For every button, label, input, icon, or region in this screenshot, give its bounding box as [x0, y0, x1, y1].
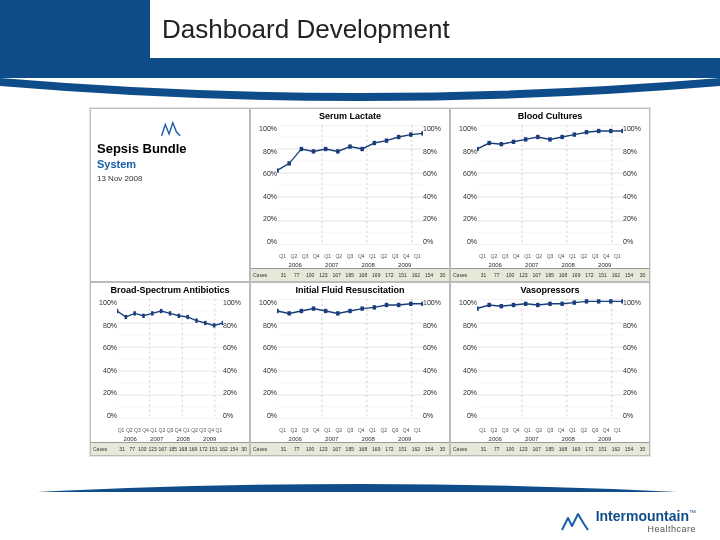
bundle-date: 13 Nov 2008 — [97, 174, 243, 183]
chart-grid: Sepsis Bundle System 13 Nov 2008 Serum L… — [90, 108, 650, 456]
svg-rect-14 — [277, 168, 279, 172]
x-axis: Q1Q2Q3Q4Q1Q2Q3Q4Q1Q2Q3Q4Q1 — [477, 427, 623, 435]
chart-title: Initial Fluid Resuscitation — [251, 285, 449, 295]
svg-rect-51 — [597, 129, 601, 133]
title-box: Dashboard Development — [150, 0, 720, 58]
bundle-logo-icon — [156, 119, 184, 137]
svg-rect-19 — [336, 149, 340, 153]
logo-brand: Intermountain™ — [596, 508, 696, 524]
svg-rect-20 — [348, 144, 352, 148]
svg-rect-46 — [536, 135, 540, 139]
svg-rect-73 — [160, 309, 163, 313]
cases-row: Cases31771001231671851681691721511621543… — [451, 268, 649, 281]
svg-rect-42 — [487, 141, 491, 145]
chart-broad-spectrum-antibiotics: Broad-Spectrum Antibiotics100%80%60%40%2… — [90, 282, 250, 456]
page-title: Dashboard Development — [150, 0, 720, 45]
y-axis-left: 100%80%60%40%20%0% — [253, 125, 277, 245]
cases-row: Cases31771001231671851681691721511621543… — [91, 442, 249, 455]
svg-rect-26 — [421, 131, 423, 135]
svg-rect-45 — [524, 137, 528, 141]
cases-row: Cases31771001231671851681691721511621543… — [251, 268, 449, 281]
chart-title: Vasopressors — [451, 285, 649, 295]
svg-rect-16 — [300, 147, 304, 151]
svg-rect-134 — [621, 299, 623, 303]
x-axis: Q1Q2Q3Q4Q1Q2Q3Q4Q1Q2Q3Q4Q1 — [477, 253, 623, 261]
info-cell: Sepsis Bundle System 13 Nov 2008 — [90, 108, 250, 282]
x-axis: Q1Q2Q3Q4Q1Q2Q3Q4Q1Q2Q3Q4Q1 — [117, 427, 223, 435]
svg-rect-25 — [409, 132, 413, 136]
svg-rect-52 — [609, 129, 613, 133]
svg-rect-129 — [560, 302, 564, 306]
svg-rect-50 — [585, 130, 589, 134]
svg-rect-72 — [151, 311, 154, 315]
svg-rect-70 — [133, 311, 136, 315]
svg-rect-100 — [336, 311, 340, 315]
svg-rect-44 — [512, 140, 516, 144]
logo-mark-icon — [560, 510, 590, 532]
footer: Intermountain™ Healthcare — [0, 492, 720, 540]
svg-rect-23 — [385, 138, 389, 142]
svg-rect-68 — [117, 309, 118, 313]
svg-rect-78 — [204, 321, 207, 325]
svg-rect-124 — [500, 304, 504, 308]
svg-rect-130 — [573, 300, 577, 304]
svg-rect-132 — [597, 299, 601, 303]
svg-rect-49 — [573, 132, 577, 136]
svg-rect-122 — [477, 306, 479, 310]
cases-row: Cases31771001231671851681691721511621543… — [451, 442, 649, 455]
svg-rect-131 — [585, 299, 589, 303]
svg-rect-101 — [348, 309, 352, 313]
svg-rect-74 — [169, 311, 172, 315]
chart-initial-fluid-resuscitation: Initial Fluid Resuscitation100%80%60%40%… — [250, 282, 450, 456]
svg-rect-77 — [195, 318, 198, 322]
chart-vasopressors: Vasopressors100%80%60%40%20%0%100%80%60%… — [450, 282, 650, 456]
svg-rect-79 — [213, 323, 216, 327]
y-axis-right: 100%80%60%40%20%0% — [423, 125, 447, 245]
chart-blood-cultures: Blood Cultures100%80%60%40%20%0%100%80%6… — [450, 108, 650, 282]
chart-title: Broad-Spectrum Antibiotics — [91, 285, 249, 295]
svg-rect-71 — [142, 314, 145, 318]
footer-logo: Intermountain™ Healthcare — [560, 508, 696, 534]
svg-rect-47 — [548, 137, 552, 141]
svg-rect-107 — [421, 302, 423, 306]
svg-rect-133 — [609, 299, 613, 303]
logo-text-block: Intermountain™ Healthcare — [596, 508, 696, 534]
svg-rect-102 — [360, 306, 364, 310]
svg-rect-43 — [500, 142, 504, 146]
svg-rect-125 — [512, 303, 516, 307]
svg-rect-17 — [312, 149, 316, 153]
chart-plot — [277, 125, 423, 245]
y-axis-left: 100%80%60%40%20%0% — [453, 125, 477, 245]
y-axis-left: 100%80%60%40%20%0% — [453, 299, 477, 419]
bundle-subheading: System — [97, 158, 243, 170]
svg-rect-128 — [548, 302, 552, 306]
svg-rect-18 — [324, 147, 328, 151]
chart-serum-lactate: Serum Lactate100%80%60%40%20%0%100%80%60… — [250, 108, 450, 282]
svg-rect-126 — [524, 302, 528, 306]
svg-rect-53 — [621, 129, 623, 133]
svg-rect-95 — [277, 309, 279, 313]
svg-rect-99 — [324, 309, 328, 313]
y-axis-left: 100%80%60%40%20%0% — [93, 299, 117, 419]
chart-plot — [477, 299, 623, 419]
svg-rect-80 — [222, 321, 223, 325]
svg-rect-98 — [312, 306, 316, 310]
svg-rect-15 — [287, 161, 291, 165]
y-axis-right: 100%80%60%40%20%0% — [423, 299, 447, 419]
svg-rect-127 — [536, 303, 540, 307]
svg-rect-22 — [373, 141, 377, 145]
header-swoop — [0, 78, 720, 108]
svg-rect-21 — [360, 147, 364, 151]
svg-rect-41 — [477, 147, 479, 151]
x-axis: Q1Q2Q3Q4Q1Q2Q3Q4Q1Q2Q3Q4Q1 — [277, 253, 423, 261]
svg-rect-48 — [560, 135, 564, 139]
chart-plot — [477, 125, 623, 245]
svg-rect-76 — [186, 315, 189, 319]
y-axis-left: 100%80%60%40%20%0% — [253, 299, 277, 419]
chart-plot — [277, 299, 423, 419]
svg-rect-104 — [385, 303, 389, 307]
y-axis-right: 100%80%60%40%20%0% — [223, 299, 247, 419]
svg-rect-24 — [397, 135, 401, 139]
y-axis-right: 100%80%60%40%20%0% — [623, 299, 647, 419]
svg-rect-96 — [287, 311, 291, 315]
